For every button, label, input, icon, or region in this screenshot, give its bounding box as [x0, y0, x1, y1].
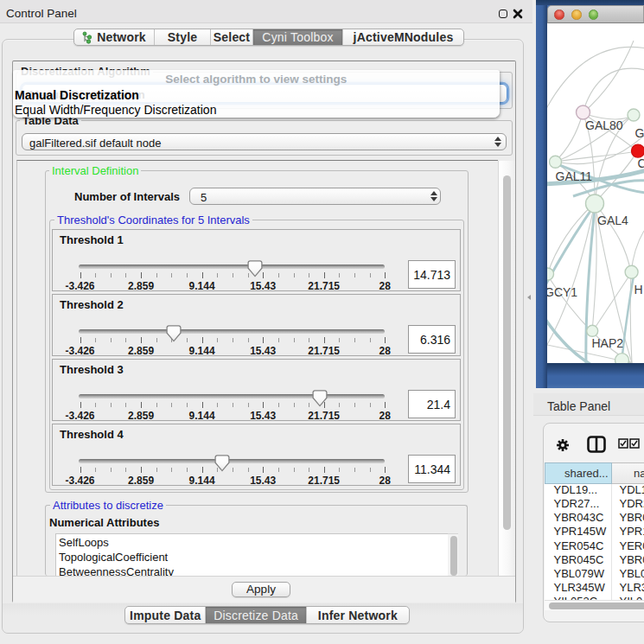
svg-text:H: H — [634, 283, 643, 296]
svg-text:GCY1: GCY1 — [547, 285, 577, 299]
svg-text:HAP2: HAP2 — [592, 336, 624, 350]
svg-text:GAL11: GAL11 — [556, 169, 593, 183]
svg-text:GAL80: GAL80 — [585, 118, 623, 132]
svg-text:G...: G... — [635, 126, 644, 140]
svg-text:GAL4: GAL4 — [597, 214, 628, 227]
svg-text:C...: C... — [638, 156, 644, 170]
